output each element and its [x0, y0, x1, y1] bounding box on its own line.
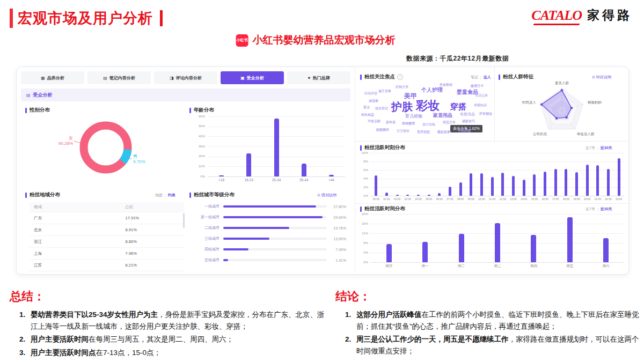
wordcloud-word: 旅行攻略 — [422, 123, 435, 126]
x-axis-label: 周四 — [516, 264, 552, 269]
tab-品类分析[interactable]: ▦品类分析 — [21, 71, 84, 84]
region-view-option[interactable]: 地图 — [155, 193, 163, 198]
gridline — [208, 116, 345, 117]
radar-axis-label: 时尚达人 — [522, 100, 536, 105]
bar — [438, 193, 441, 196]
tab-热门品牌[interactable]: ♥热门品牌 — [287, 71, 350, 84]
region-share: 7.96% — [126, 251, 184, 256]
y-axis-tick: 0% — [359, 194, 368, 197]
wordcloud-word: 奶粉测评 — [376, 128, 389, 131]
info-icon: ⊙ — [317, 193, 320, 197]
focus-view-option[interactable]: 笔记 — [471, 75, 478, 80]
x-axis-label: 周二 — [443, 264, 479, 269]
tab-受众分析[interactable]: ▣受众分析 — [221, 71, 284, 84]
x-axis-label: 25-34 — [262, 178, 290, 182]
y-axis-tick: 60% — [194, 115, 205, 118]
focus-view-option[interactable]: 达人 — [484, 75, 491, 80]
question-icon: ? — [397, 74, 403, 80]
table-row: 北京8.91% — [30, 224, 184, 236]
column-header: 地域 — [30, 204, 126, 210]
x-axis-label: 08:00 — [455, 197, 466, 201]
x-axis-label: 35-44 — [290, 178, 318, 182]
tier-track — [223, 259, 327, 261]
y-axis-tick: 20% — [194, 154, 205, 158]
toggle-separator: | — [165, 194, 166, 197]
gridline — [371, 214, 624, 215]
tier-track — [223, 227, 327, 229]
y-axis-tick: 8% — [359, 160, 368, 163]
tier-title-text: 粉丝城市等级分布 — [194, 191, 235, 198]
wordcloud-word: 辅食教程 — [375, 107, 388, 110]
gridline — [208, 176, 345, 177]
bar — [575, 172, 578, 196]
x-axis-label: 周三 — [479, 264, 515, 269]
summary-item: 1.这部分用户活跃峰值在工作的前两个小时摸鱼、临近下班时摸鱼、晚上下班后在家至睡… — [345, 309, 640, 332]
focus-title-text: 粉丝关注焦点 — [364, 73, 395, 80]
wordcloud-word: 彩妆 — [416, 100, 440, 112]
note-icon: ▤ — [103, 76, 107, 80]
tab-label: 品类分析 — [47, 75, 64, 81]
persona-help-link[interactable]: ⊙ 特征说明 — [592, 75, 611, 80]
hourly-range-option[interactable]: 近7天 — [586, 145, 595, 151]
summary-item: 1.婴幼营养类目下以25-34岁女性用户为主，身份是新手宝妈及爱家控，分布在广东… — [19, 309, 325, 332]
wordcloud-word: 护肤 — [391, 101, 413, 112]
brand-name-cn: 家得路 — [587, 9, 632, 22]
summary-heading: 总结： — [10, 289, 45, 305]
x-axis-label: 16:00 — [540, 197, 551, 201]
scrollbar-thumb[interactable] — [183, 213, 185, 228]
section-header-label: 受众分析 — [33, 92, 53, 99]
item-text: 这部分用户活跃峰值在工作的前两个小时摸鱼、临近下班时摸鱼、晚上下班后在家至睡觉前… — [356, 309, 640, 332]
x-axis-label: 20:00 — [582, 197, 592, 201]
table-row: 上海7.96% — [30, 248, 184, 260]
vertical-divider-2 — [494, 67, 495, 141]
persona-title-text: 粉丝人群特征 — [503, 73, 533, 80]
column-header: 占比 — [126, 204, 184, 210]
tier-label: 五线城市 — [194, 257, 223, 263]
region-view-option[interactable]: 列表 — [168, 193, 175, 198]
tier-card-title: 粉丝城市等级分布 — [189, 191, 235, 198]
bar — [219, 175, 224, 176]
item-number: 3. — [19, 347, 31, 359]
x-axis-label: 17:00 — [550, 197, 561, 201]
catalo-wordmark: CATALO — [531, 9, 582, 23]
bar — [567, 217, 573, 262]
tier-track — [223, 248, 327, 250]
bar — [449, 187, 451, 196]
title-accent-bar-end — [160, 10, 163, 26]
bar — [491, 177, 494, 196]
gridline — [371, 262, 624, 263]
item-text: 婴幼营养类目下以25-34岁女性用户为主，身份是新手宝妈及爱家控，分布在广东、北… — [31, 309, 325, 332]
tier-fill — [223, 238, 269, 240]
radar-axis-label: 公司职员 — [533, 132, 547, 137]
wordcloud-word: 平价好物 — [458, 129, 471, 132]
tier-fill — [223, 259, 228, 261]
tier-track — [223, 205, 327, 208]
tab-评论内容分析[interactable]: ◨评论内容分析 — [154, 71, 217, 84]
hourly-range-option[interactable]: 近30天 — [601, 145, 612, 151]
summary-item: 2.周三是公认工作少的一天，周五是不愿继续工作，家得路在做直播规划时，可以在这两… — [345, 334, 640, 357]
section-header: ▤ 受众分析 — [21, 88, 350, 101]
x-axis-label: 00:00 — [371, 197, 382, 201]
heart-icon: ♥ — [308, 76, 311, 80]
tab-笔记内容分析[interactable]: ▤笔记内容分析 — [87, 71, 151, 84]
item-text: 周三是公认工作少的一天，周五是不愿继续工作，家得路在做直播规划时，可以在这两个时… — [356, 334, 640, 357]
tier-fill — [223, 216, 323, 218]
summary-list: 1.婴幼营养类目下以25-34岁女性用户为主，身份是新手宝妈及爱家控，分布在广东… — [19, 309, 325, 358]
tier-help-link[interactable]: ⊙ 级别说明 — [317, 193, 336, 198]
tier-row: 新一线城市29.64% — [194, 212, 346, 223]
tier-label: 新一线城市 — [194, 215, 223, 220]
radar-axis-label: 爱美人群 — [555, 81, 569, 86]
bar — [246, 153, 251, 176]
gender-donut-chart: 女 90.28% 男 9.72% — [27, 114, 183, 187]
age-card-title: 年龄分布 — [189, 107, 214, 114]
y-axis-tick: 4% — [359, 251, 368, 254]
weekly-range-option[interactable]: 近30天 — [601, 206, 612, 212]
tier-value: 7.49% — [327, 248, 346, 252]
table-row: 广东17.91% — [30, 212, 184, 224]
summary-item: 3.用户主要活跃时间点在7-13点，15-0点； — [19, 347, 325, 359]
xiaohongshu-app-icon: 小红书 — [236, 34, 248, 47]
bar — [422, 242, 428, 262]
weekly-range-option[interactable]: 近7天 — [586, 206, 595, 212]
tier-value: 19.76% — [327, 226, 346, 230]
bar — [501, 173, 504, 196]
